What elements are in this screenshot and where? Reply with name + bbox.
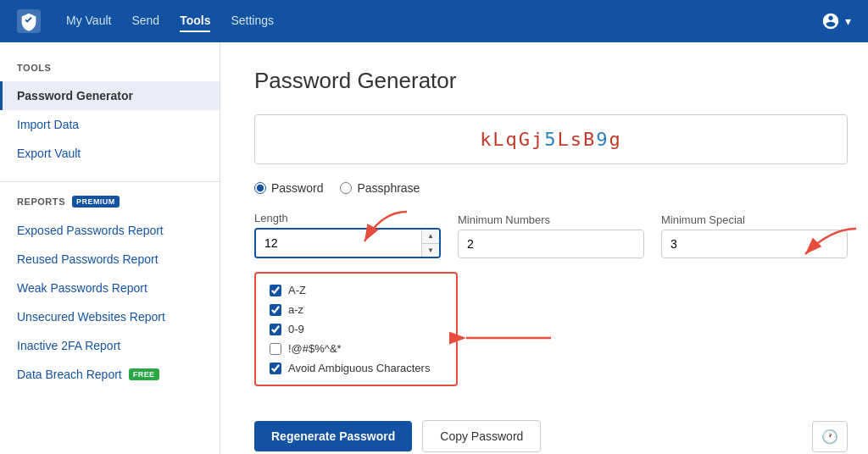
app-logo[interactable] (17, 9, 41, 33)
length-spinner-arrows: ▲ ▼ (421, 230, 439, 257)
checkbox-az[interactable]: A-Z (270, 284, 442, 296)
sidebar-item-weak-passwords[interactable]: Weak Passwords Report (0, 274, 220, 302)
checkboxes-box: A-Z a-z 0-9 !@#$%^&* Avoid Ambiguous Cha… (254, 272, 458, 386)
checkbox-09-input[interactable] (270, 324, 281, 335)
nav-send[interactable]: Send (131, 10, 159, 32)
main-content: Password Generator kLqGj5LsB9g Password … (220, 42, 868, 454)
checkbox-az-input[interactable] (270, 285, 281, 296)
sidebar-item-export-vault[interactable]: Export Vault (0, 139, 220, 168)
buttons-row: Regenerate Password Copy Password 🕐 (254, 420, 848, 452)
checkbox-az-lower-input[interactable] (270, 304, 281, 316)
sidebar-item-import-data[interactable]: Import Data (0, 110, 220, 139)
nav-my-vault[interactable]: My Vault (66, 10, 111, 32)
min-numbers-input[interactable] (458, 230, 644, 258)
sidebar-item-unsecured-websites[interactable]: Unsecured Websites Report (0, 302, 220, 331)
layout: TOOLS Password Generator Import Data Exp… (0, 42, 868, 454)
length-increment[interactable]: ▲ (422, 230, 439, 244)
length-decrement[interactable]: ▼ (422, 244, 439, 257)
checkbox-ambiguous-input[interactable] (270, 363, 281, 374)
copy-password-button[interactable]: Copy Password (422, 420, 541, 452)
sidebar-item-password-generator[interactable]: Password Generator (0, 81, 220, 110)
checkbox-az-lower[interactable]: a-z (270, 303, 442, 316)
nav-links: My Vault Send Tools Settings (66, 10, 821, 32)
premium-badge: PREMIUM (72, 196, 120, 208)
regenerate-button[interactable]: Regenerate Password (254, 421, 412, 451)
min-special-input[interactable] (661, 230, 848, 258)
free-badge: FREE (129, 368, 159, 380)
fields-row: Length ▲ ▼ Minimum Numbers (254, 212, 848, 258)
navbar: My Vault Send Tools Settings ▾ (0, 0, 868, 42)
tools-section-header: TOOLS (0, 63, 220, 81)
radio-passphrase[interactable]: Passphrase (340, 181, 420, 195)
checkbox-special[interactable]: !@#$%^&* (270, 342, 442, 355)
length-field-group: Length ▲ ▼ (254, 212, 441, 258)
radio-password[interactable]: Password (254, 181, 323, 195)
length-input-wrapper[interactable]: ▲ ▼ (254, 228, 441, 258)
sidebar-item-exposed-passwords[interactable]: Exposed Passwords Report (0, 216, 220, 245)
clock-icon: 🕐 (821, 429, 838, 445)
length-input[interactable] (256, 230, 421, 257)
arrow-to-checkboxes (449, 313, 559, 363)
sidebar-divider (0, 181, 220, 182)
sidebar: TOOLS Password Generator Import Data Exp… (0, 42, 220, 454)
checkbox-special-input[interactable] (270, 343, 281, 355)
nav-settings[interactable]: Settings (231, 10, 274, 32)
length-label: Length (254, 212, 441, 224)
reports-section-header: REPORTS PREMIUM (0, 196, 220, 216)
buttons-left: Regenerate Password Copy Password (254, 420, 541, 452)
min-numbers-field-group: Minimum Numbers (458, 213, 644, 258)
min-special-label: Minimum Special (661, 213, 848, 226)
generated-password: kLqGj5LsB9g (254, 114, 848, 164)
history-button[interactable]: 🕐 (812, 421, 848, 452)
checkbox-09[interactable]: 0-9 (270, 323, 442, 335)
min-numbers-label: Minimum Numbers (458, 213, 644, 226)
sidebar-item-inactive-2fa[interactable]: Inactive 2FA Report (0, 331, 220, 360)
checkbox-ambiguous[interactable]: Avoid Ambiguous Characters (270, 362, 442, 374)
user-menu[interactable]: ▾ (821, 12, 851, 30)
min-special-field-group: Minimum Special (661, 213, 848, 258)
sidebar-item-data-breach[interactable]: Data Breach Report FREE (0, 360, 220, 389)
page-title: Password Generator (254, 68, 848, 94)
sidebar-item-reused-passwords[interactable]: Reused Passwords Report (0, 245, 220, 274)
nav-tools[interactable]: Tools (180, 10, 210, 32)
type-radio-group: Password Passphrase (254, 181, 848, 195)
chevron-down-icon: ▾ (845, 14, 851, 28)
